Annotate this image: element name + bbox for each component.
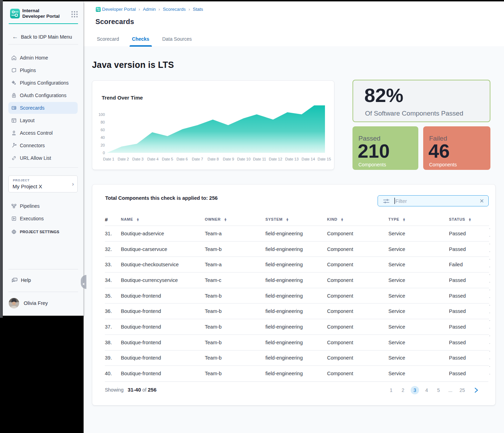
svg-text:Date 10: Date 10: [237, 157, 251, 161]
svg-text:Date 11: Date 11: [253, 157, 266, 161]
svg-text:Date 14: Date 14: [302, 157, 315, 161]
svg-text:Date 13: Date 13: [285, 157, 299, 161]
svg-text:Date 2: Date 2: [118, 157, 129, 161]
svg-text:Date 3: Date 3: [132, 157, 144, 161]
svg-text:0: 0: [103, 151, 105, 155]
svg-text:80: 80: [101, 120, 105, 124]
svg-text:Date 7: Date 7: [192, 157, 203, 161]
svg-text:?: ?: [14, 279, 15, 281]
svg-text:Date 4: Date 4: [147, 157, 158, 161]
svg-text:20: 20: [101, 143, 105, 147]
svg-text:60: 60: [101, 128, 105, 132]
svg-text:Date 6: Date 6: [177, 157, 188, 161]
svg-text:Date 8: Date 8: [208, 157, 219, 161]
svg-text:Date 12: Date 12: [269, 157, 282, 161]
svg-text:Date 9: Date 9: [223, 157, 234, 161]
svg-text:Date 1: Date 1: [103, 157, 114, 161]
svg-text:Date 5: Date 5: [162, 157, 173, 161]
svg-text:Date 15: Date 15: [318, 157, 331, 161]
svg-text:100: 100: [99, 112, 105, 117]
svg-text:40: 40: [101, 135, 105, 140]
